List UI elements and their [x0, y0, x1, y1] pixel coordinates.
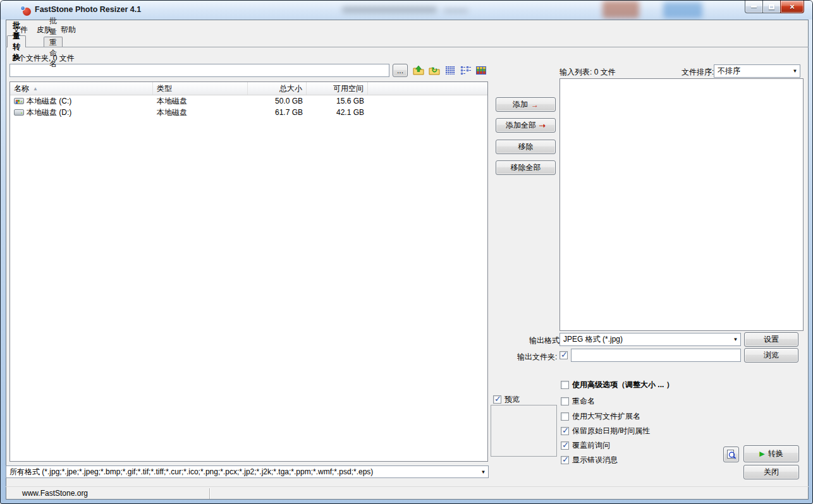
minimize-icon [751, 6, 757, 8]
statusbar-divider [209, 488, 210, 499]
window-title: FastStone Photo Resizer 4.1 [35, 5, 141, 14]
output-format-label: 输出格式: [529, 335, 561, 346]
magnifier-page-icon [726, 449, 737, 460]
dropdown-arrow-icon: ▼ [790, 68, 800, 74]
ask-overwrite-row: 覆盖前询问 [561, 440, 610, 450]
folder-up-icon[interactable] [413, 64, 424, 76]
table-header: 名称▲ 类型 总大小 可用空间 [10, 82, 487, 95]
advanced-options-row: 使用高级选项（调整大小 ... ） [561, 380, 674, 390]
svg-text:↻: ↻ [431, 66, 437, 75]
tab-divider [6, 47, 809, 47]
input-file-list[interactable] [559, 78, 804, 331]
refresh-folder-icon[interactable]: ↻ [429, 64, 440, 76]
settings-button[interactable]: 设置 [744, 332, 798, 347]
browse-path-button[interactable]: ... [393, 64, 408, 77]
titlebar[interactable]: FastStone Photo Resizer 4.1 × [1, 1, 812, 20]
arrow-right-icon: → [531, 100, 539, 109]
folder-file-count: 2 个文件夹, 0 文件 [12, 53, 75, 64]
sort-asc-icon: ▲ [33, 86, 38, 92]
c-drive-icon [14, 98, 24, 104]
uppercase-ext-checkbox[interactable] [561, 412, 569, 421]
path-input[interactable] [9, 64, 389, 77]
keep-datetime-row: 保留原始日期/时间属性 [561, 426, 650, 436]
rename-checkbox[interactable] [561, 397, 569, 405]
titlebar-glass-artifact [602, 1, 639, 18]
app-window: FastStone Photo Resizer 4.1 × 文件 皮肤 帮助 批… [0, 0, 813, 504]
convert-button[interactable]: ▶ 转换 [743, 445, 799, 462]
titlebar-glass-artifact [443, 8, 468, 13]
output-folder-input[interactable] [571, 349, 741, 362]
maximize-button[interactable] [762, 1, 781, 13]
advanced-options-checkbox[interactable] [561, 381, 569, 389]
rename-row: 重命名 [561, 396, 595, 406]
preview-checkbox[interactable] [493, 395, 501, 404]
sort-select[interactable]: 不排序 ▼ [714, 64, 800, 78]
ask-overwrite-checkbox[interactable] [561, 441, 569, 450]
column-name[interactable]: 名称▲ [10, 82, 153, 95]
add-button[interactable]: 添加→ [496, 97, 556, 112]
titlebar-glass-artifact [342, 6, 437, 13]
thumbnail-view-icon[interactable] [475, 64, 487, 76]
table-row[interactable]: 本地磁盘 (C:) 本地磁盘 50.0 GB 15.6 GB [10, 95, 487, 107]
browse-output-button[interactable]: 浏览 [744, 348, 798, 363]
tab-batch-convert[interactable]: 批量转换 [7, 35, 26, 47]
preview-result-button[interactable] [723, 447, 739, 462]
details-view-icon[interactable] [444, 64, 456, 76]
output-folder-label: 输出文件夹: [517, 352, 557, 363]
column-total-size[interactable]: 总大小 [248, 82, 307, 95]
uppercase-ext-row: 使用大写文件扩展名 [561, 411, 640, 421]
tab-batch-rename[interactable]: 批量重命名 [44, 37, 63, 47]
show-errors-row: 显示错误消息 [561, 455, 618, 465]
show-errors-checkbox[interactable] [561, 456, 569, 464]
output-format-select[interactable]: JPEG 格式 (*.jpg) ▼ [559, 333, 741, 346]
add-all-button[interactable]: 添加全部⇢ [496, 118, 556, 133]
keep-datetime-checkbox[interactable] [561, 427, 569, 435]
list-view-icon[interactable] [460, 64, 472, 76]
dashed-arrow-right-icon: ⇢ [539, 121, 546, 130]
preview-label: 预览 [504, 394, 520, 405]
website-text: www.FastStone.org [22, 489, 88, 498]
dropdown-arrow-icon: ▼ [479, 469, 488, 475]
app-logo-icon[interactable] [20, 5, 31, 16]
column-free-space[interactable]: 可用空间 [307, 82, 368, 95]
menu-help[interactable]: 帮助 [56, 23, 80, 37]
close-button[interactable]: × [780, 1, 804, 13]
sort-label: 文件排序: [682, 67, 714, 78]
titlebar-glass-artifact [663, 2, 702, 18]
dropdown-arrow-icon: ▼ [731, 337, 740, 342]
input-list-count: 输入列表: 0 文件 [559, 67, 616, 78]
output-folder-checkbox[interactable] [559, 351, 568, 359]
preview-row: 预览 [493, 394, 520, 404]
remove-all-button[interactable]: 移除全部 [496, 160, 556, 175]
close-icon: × [790, 2, 795, 11]
preview-box [491, 405, 557, 457]
close-app-button[interactable]: 关闭 [743, 465, 799, 479]
minimize-button[interactable] [745, 1, 763, 13]
format-filter-select[interactable]: 所有格式 (*.jpg;*.jpe;*.jpeg;*.bmp;*.gif;*.t… [6, 465, 489, 478]
remove-button[interactable]: 移除 [496, 140, 556, 154]
maximize-icon [769, 4, 774, 9]
table-row[interactable]: 本地磁盘 (D:) 本地磁盘 61.7 GB 42.1 GB [10, 107, 487, 118]
statusbar: www.FastStone.org [6, 486, 809, 500]
advanced-options-label: 使用高级选项（调整大小 ... ） [572, 380, 674, 390]
column-type[interactable]: 类型 [153, 82, 248, 95]
folder-browser-table: 名称▲ 类型 总大小 可用空间 本地磁盘 (C:) 本地磁盘 50.0 GB 1… [9, 81, 488, 462]
d-drive-icon [14, 109, 24, 116]
play-icon: ▶ [759, 450, 764, 458]
